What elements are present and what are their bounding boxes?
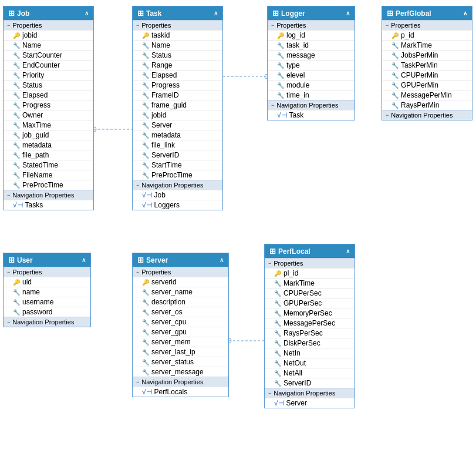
task-navigation-header[interactable]: − Navigation Properties (133, 180, 222, 190)
entity-perflocal-header[interactable]: ⊞ PerfLocal ∧ (265, 244, 355, 258)
task-chevron[interactable]: ∧ (214, 10, 218, 16)
server-navigation-header[interactable]: − Navigation Properties (133, 377, 228, 387)
wrench-icon: 🔧 (13, 142, 20, 149)
entity-server-header[interactable]: ⊞ Server ∧ (133, 253, 228, 267)
task-properties-header[interactable]: − Properties (133, 20, 222, 30)
logger-field-elevel: 🔧elevel (268, 70, 355, 80)
wrench-icon: 🔧 (142, 172, 149, 179)
entity-perfglobal: ⊞ PerfGlobal ∧ − Properties 🔑p_id 🔧MarkT… (382, 6, 472, 120)
wrench-icon: 🔧 (142, 112, 149, 119)
job-chevron[interactable]: ∧ (85, 10, 89, 16)
wrench-icon: 🔧 (274, 330, 281, 337)
user-field-password: 🔧password (4, 307, 90, 317)
wrench-icon: 🔧 (13, 112, 20, 119)
perfglobal-navigation-header[interactable]: − Navigation Properties (382, 110, 472, 120)
task-title: Task (146, 9, 161, 18)
entity-server: ⊞ Server ∧ − Properties 🔑serverid 🔧serve… (132, 253, 229, 397)
nav-icon: √⊣ (277, 111, 287, 119)
perfglobal-field-taskpermin: 🔧TaskPerMin (382, 60, 472, 70)
key-icon: 🔑 (391, 32, 399, 39)
wrench-icon: 🔧 (142, 42, 149, 49)
user-properties-header[interactable]: − Properties (4, 267, 90, 277)
server-chevron[interactable]: ∧ (220, 257, 224, 263)
job-field-owner: 🔧Owner (4, 110, 93, 120)
perflocal-field-netin: 🔧NetIn (265, 348, 355, 358)
wrench-icon: 🔧 (274, 340, 281, 347)
perflocal-chevron[interactable]: ∧ (346, 248, 350, 254)
job-nav-tasks: √⊣ Tasks (4, 200, 93, 210)
perflocal-navigation-header[interactable]: − Navigation Properties (265, 388, 355, 398)
task-field-elapsed: 🔧Elapsed (133, 70, 222, 80)
user-entity-icon: ⊞ (8, 256, 15, 264)
wrench-icon: 🔧 (274, 320, 281, 327)
wrench-icon: 🔧 (274, 350, 281, 357)
task-field-metadata: 🔧metadata (133, 130, 222, 140)
entity-logger-header[interactable]: ⊞ Logger ∧ (268, 6, 355, 20)
wrench-icon: 🔧 (142, 349, 149, 355)
perflocal-field-pl_id: 🔑pl_id (265, 268, 355, 278)
entity-task: ⊞ Task ∧ − Properties 🔑taskid 🔧Name 🔧Sta… (132, 6, 223, 210)
wrench-icon: 🔧 (13, 42, 20, 49)
task-field-file_link: 🔧file_link (133, 140, 222, 150)
wrench-icon: 🔧 (274, 310, 281, 317)
job-field-elapsed: 🔧Elapsed (4, 90, 93, 100)
user-properties-label: Properties (12, 269, 42, 276)
entity-logger: ⊞ Logger ∧ − Properties 🔑log_id 🔧task_id… (267, 6, 355, 120)
perflocal-properties-header[interactable]: − Properties (265, 258, 355, 268)
logger-chevron[interactable]: ∧ (346, 10, 350, 16)
job-navigation-header[interactable]: − Navigation Properties (4, 190, 93, 200)
user-title: User (17, 256, 33, 264)
wrench-icon: 🔧 (391, 52, 399, 59)
entity-task-header[interactable]: ⊞ Task ∧ (133, 6, 222, 20)
job-navigation-label: Navigation Properties (12, 192, 74, 199)
task-field-progress: 🔧Progress (133, 80, 222, 90)
server-properties-header[interactable]: − Properties (133, 267, 228, 277)
perfglobal-title: PerfGlobal (396, 9, 431, 18)
wrench-icon: 🔧 (391, 82, 399, 89)
user-chevron[interactable]: ∧ (82, 257, 86, 263)
logger-field-log_id: 🔑log_id (268, 30, 355, 40)
job-properties-header[interactable]: − Properties (4, 20, 93, 30)
wrench-icon: 🔧 (13, 162, 20, 169)
wrench-icon: 🔧 (274, 380, 281, 387)
logger-field-module: 🔧module (268, 80, 355, 90)
job-field-jobid: 🔑 jobid (4, 30, 93, 40)
server-title: Server (146, 256, 168, 264)
key-icon: 🔑 (277, 32, 284, 39)
logger-navigation-header[interactable]: − Navigation Properties (268, 100, 355, 110)
wrench-icon: 🔧 (277, 52, 284, 59)
task-field-range: 🔧Range (133, 60, 222, 70)
job-field-job_guid: 🔧job_guid (4, 130, 93, 140)
user-navigation-header[interactable]: − Navigation Properties (4, 317, 90, 327)
logger-properties-header[interactable]: − Properties (268, 20, 355, 30)
wrench-icon: 🔧 (142, 122, 149, 129)
server-field-server_gpu: 🔧server_gpu (133, 327, 228, 337)
perflocal-field-netout: 🔧NetOut (265, 358, 355, 368)
wrench-icon: 🔧 (142, 152, 149, 159)
perfglobal-properties-header[interactable]: − Properties (382, 20, 472, 30)
perflocal-entity-icon: ⊞ (269, 247, 276, 256)
server-field-server_name: 🔧server_name (133, 287, 228, 297)
logger-field-message: 🔧message (268, 50, 355, 60)
user-field-name: 🔧name (4, 287, 90, 297)
logger-title: Logger (281, 9, 305, 18)
wrench-icon: 🔧 (13, 92, 20, 99)
entity-job-header[interactable]: ⊞ Job ∧ (4, 6, 93, 20)
perfglobal-field-cpupermin: 🔧CPUPerMin (382, 70, 472, 80)
entity-perfglobal-header[interactable]: ⊞ PerfGlobal ∧ (382, 6, 472, 20)
wrench-icon: 🔧 (391, 72, 399, 79)
wrench-icon: 🔧 (277, 42, 284, 49)
perfglobal-entity-icon: ⊞ (387, 9, 393, 18)
task-nav-job: √⊣ Job (133, 190, 222, 200)
key-icon: 🔑 (274, 270, 281, 277)
task-field-taskid: 🔑taskid (133, 30, 222, 40)
job-field-maxtime: 🔧MaxTime (4, 120, 93, 130)
job-field-priority: 🔧Priority (4, 70, 93, 80)
wrench-icon: 🔧 (277, 62, 284, 69)
perflocal-nav-server: √⊣ Server (265, 398, 355, 408)
logger-entity-icon: ⊞ (272, 9, 279, 18)
perflocal-field-netall: 🔧NetAll (265, 368, 355, 378)
entity-user-header[interactable]: ⊞ User ∧ (4, 253, 90, 267)
job-field-statedtime: 🔧StatedTime (4, 160, 93, 170)
perfglobal-chevron[interactable]: ∧ (463, 10, 467, 16)
